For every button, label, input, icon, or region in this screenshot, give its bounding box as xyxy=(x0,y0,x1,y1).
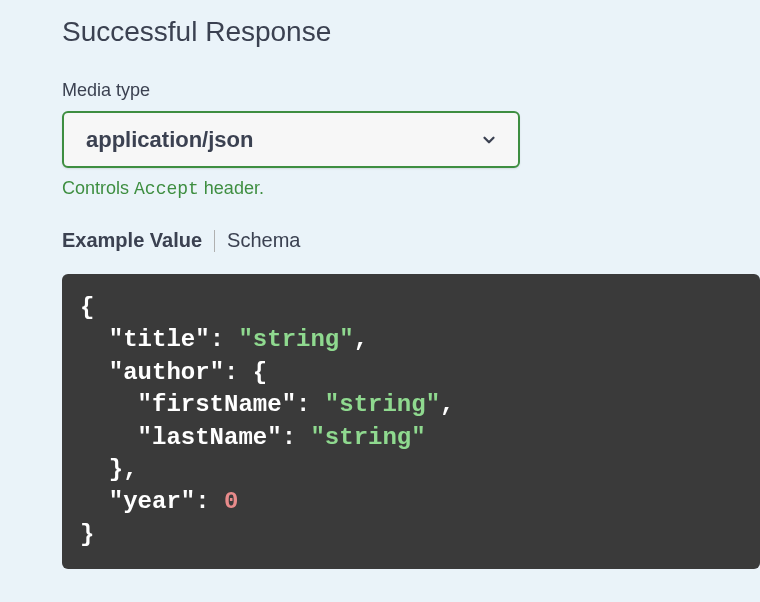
code-key: "year" xyxy=(109,488,195,515)
code-string: "string" xyxy=(325,391,440,418)
code-brace: { xyxy=(80,294,94,321)
code-brace: }, xyxy=(109,456,138,483)
code-colon: : xyxy=(210,326,239,353)
code-key: "lastName" xyxy=(138,424,282,451)
response-tabs: Example Value Schema xyxy=(62,229,760,252)
media-type-label: Media type xyxy=(62,80,760,101)
code-colon: : xyxy=(224,359,253,386)
tab-schema[interactable]: Schema xyxy=(227,229,300,252)
helper-code: Accept xyxy=(134,179,199,199)
media-type-select-wrapper: application/json xyxy=(62,111,520,168)
code-number: 0 xyxy=(224,488,238,515)
code-brace: { xyxy=(253,359,267,386)
code-string: "string" xyxy=(310,424,425,451)
code-key: "firstName" xyxy=(138,391,296,418)
code-string: "string" xyxy=(238,326,353,353)
code-colon: : xyxy=(296,391,325,418)
code-brace: } xyxy=(80,521,94,548)
code-colon: : xyxy=(282,424,311,451)
helper-prefix: Controls xyxy=(62,178,134,198)
example-value-code: { "title": "string", "author": { "firstN… xyxy=(62,274,760,569)
code-comma: , xyxy=(354,326,368,353)
page-title: Successful Response xyxy=(62,16,760,48)
helper-suffix: header. xyxy=(199,178,264,198)
tab-divider xyxy=(214,230,215,252)
code-key: "author" xyxy=(109,359,224,386)
media-type-helper-text: Controls Accept header. xyxy=(62,178,760,199)
code-key: "title" xyxy=(109,326,210,353)
code-colon: : xyxy=(195,488,224,515)
code-comma: , xyxy=(440,391,454,418)
media-type-select[interactable]: application/json xyxy=(62,111,520,168)
tab-example-value[interactable]: Example Value xyxy=(62,229,202,252)
